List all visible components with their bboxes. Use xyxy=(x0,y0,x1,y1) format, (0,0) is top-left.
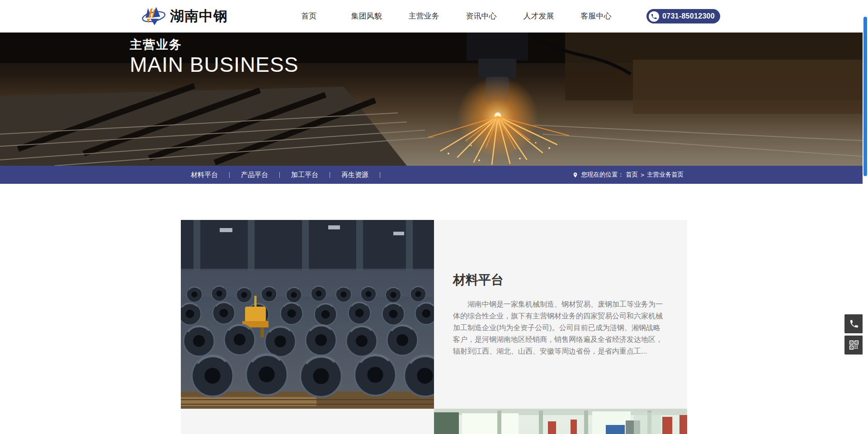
breadcrumb-home-link[interactable]: 首页 xyxy=(626,171,638,179)
location-pin-icon xyxy=(572,171,578,179)
main-navigation: 首页 集团风貌 主营业务 资讯中心 人才发展 客服中心 xyxy=(280,0,625,33)
nav-item-service-center[interactable]: 客服中心 xyxy=(567,0,625,33)
company-name: 湖南中钢 xyxy=(170,7,228,26)
nav-item-talent[interactable]: 人才发展 xyxy=(510,0,567,33)
scrollbar-thumb[interactable] xyxy=(863,17,867,176)
workshop-image xyxy=(434,409,687,434)
breadcrumb-label: 您现在的位置： xyxy=(581,171,624,179)
company-logo[interactable]: 湖南中钢 xyxy=(142,5,228,28)
hotline-number: 0731-85012300 xyxy=(662,12,715,20)
hero-title-en: MAIN BUSINESS xyxy=(130,54,298,75)
next-section-panel xyxy=(181,409,434,434)
floating-toolbar xyxy=(844,314,863,357)
section-material-platform: 材料平台 湖南中钢是一家集机械制造、钢材贸易、废钢加工等业务为一体的综合性企业，… xyxy=(181,220,687,409)
qr-code-button[interactable] xyxy=(844,336,863,355)
steel-coils-art xyxy=(181,220,434,409)
nav-item-home[interactable]: 首页 xyxy=(280,0,338,33)
nav-item-news-center[interactable]: 资讯中心 xyxy=(453,0,510,33)
nav-item-main-business[interactable]: 主营业务 xyxy=(395,0,453,33)
hero-banner: 主营业务 MAIN BUSINESS xyxy=(0,33,868,166)
nav-item-group-profile[interactable]: 集团风貌 xyxy=(338,0,395,33)
section-subnav: 材料平台 产品平台 加工平台 再生资源 您现在的位置： 首页 > 主营业务首页 xyxy=(0,166,868,184)
qr-code-icon xyxy=(849,340,859,350)
hotline-button[interactable]: 0731-85012300 xyxy=(646,9,720,23)
hero-title-cn: 主营业务 xyxy=(130,37,298,53)
scrollbar-track xyxy=(863,0,868,434)
phone-icon xyxy=(649,11,659,22)
subnav-menu: 材料平台 产品平台 加工平台 再生资源 xyxy=(179,166,380,184)
section-title: 材料平台 xyxy=(453,271,667,289)
section-next xyxy=(181,409,687,434)
phone-icon xyxy=(849,319,859,329)
subnav-item-recycled-resources[interactable]: 再生资源 xyxy=(330,171,380,179)
hero-title-block: 主营业务 MAIN BUSINESS xyxy=(130,37,298,75)
breadcrumb: 您现在的位置： 首页 > 主营业务首页 xyxy=(572,166,685,184)
workshop-art xyxy=(434,409,687,434)
subnav-item-processing-platform[interactable]: 加工平台 xyxy=(280,171,330,179)
main-content: 材料平台 湖南中钢是一家集机械制造、钢材贸易、废钢加工等业务为一体的综合性企业，… xyxy=(181,220,687,434)
steel-coils-image xyxy=(181,220,434,409)
material-platform-panel: 材料平台 湖南中钢是一家集机械制造、钢材贸易、废钢加工等业务为一体的综合性企业，… xyxy=(434,220,687,409)
section-description: 湖南中钢是一家集机械制造、钢材贸易、废钢加工等业务为一体的综合性企业，旗下有主营… xyxy=(453,299,667,357)
subnav-item-product-platform[interactable]: 产品平台 xyxy=(230,171,279,179)
breadcrumb-separator: > xyxy=(641,172,644,178)
breadcrumb-current[interactable]: 主营业务首页 xyxy=(647,171,684,179)
company-logo-icon xyxy=(142,5,166,28)
contact-phone-button[interactable] xyxy=(844,314,863,333)
subnav-item-material-platform[interactable]: 材料平台 xyxy=(179,171,229,179)
subnav-divider xyxy=(380,172,380,178)
site-header: 湖南中钢 首页 集团风貌 主营业务 资讯中心 人才发展 客服中心 0731-85… xyxy=(0,0,868,33)
